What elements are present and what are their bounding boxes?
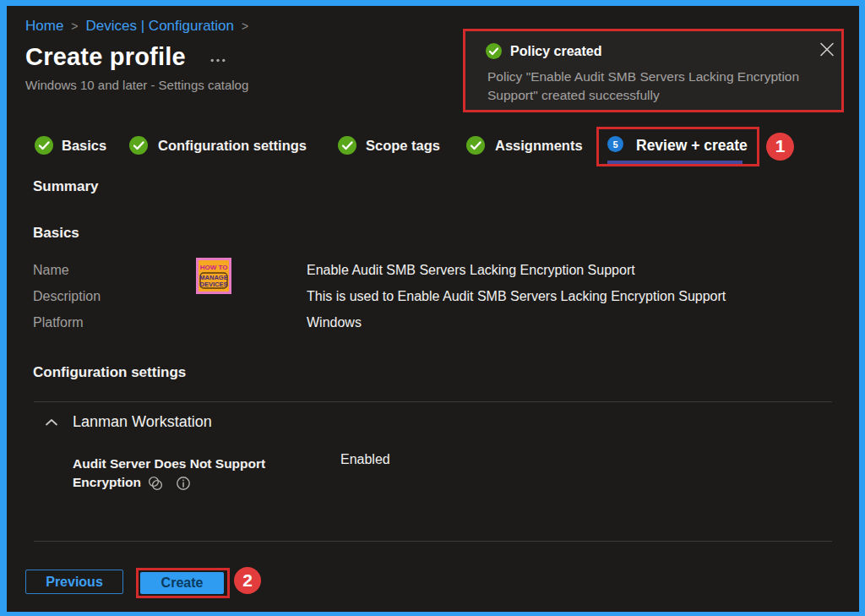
svg-text:DEVICES: DEVICES — [200, 281, 228, 288]
svg-text:HOW TO: HOW TO — [200, 264, 228, 271]
